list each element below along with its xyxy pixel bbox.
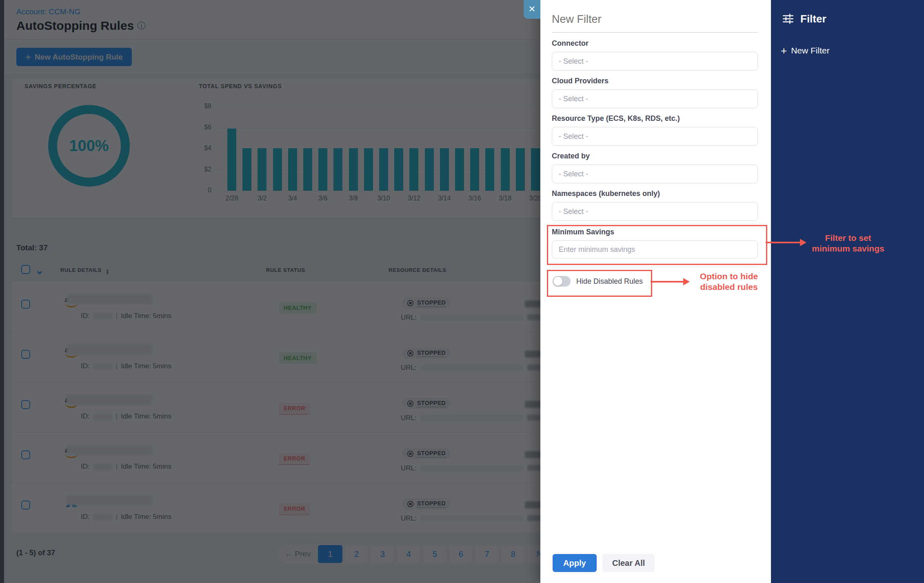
- hide-disabled-rules-toggle[interactable]: Hide Disabled Rules: [553, 276, 643, 287]
- screen: Account: CCM-NG AutoStopping Rulesⓘ + Ne…: [0, 0, 924, 583]
- field-created-by: Created by - Select -: [552, 152, 758, 183]
- apply-button[interactable]: Apply: [553, 554, 597, 572]
- divider: [552, 267, 758, 267]
- plus-icon: +: [781, 47, 787, 55]
- field-label: Created by: [552, 152, 758, 160]
- field-label: Minimum Savings: [552, 228, 758, 236]
- sidebar-header: Filter: [782, 12, 826, 25]
- annotation-text-hide-disabled: Option to hide disabled rules: [690, 271, 768, 293]
- sliders-filter-icon: [782, 12, 795, 25]
- namespaces-select[interactable]: - Select -: [552, 202, 758, 221]
- resource-type-select[interactable]: - Select -: [552, 127, 758, 146]
- field-label: Namespaces (kubernetes only): [552, 189, 758, 198]
- field-label: Cloud Providers: [552, 77, 758, 85]
- field-minimum-savings: Minimum Savings: [552, 228, 758, 258]
- toggle-icon[interactable]: [553, 276, 571, 287]
- sidebar-title: Filter: [800, 13, 826, 25]
- toggle-label: Hide Disabled Rules: [576, 277, 643, 286]
- new-filter-button[interactable]: + New Filter: [781, 46, 830, 56]
- annotation-arrow: [766, 242, 801, 243]
- annotation-arrowhead: [683, 278, 690, 285]
- annotation-text-minimum-savings: Filter to set minimum savings: [803, 233, 893, 254]
- cloud-providers-select[interactable]: - Select -: [552, 89, 758, 108]
- clear-all-button[interactable]: Clear All: [602, 554, 655, 572]
- field-resource-type: Resource Type (ECS, K8s, RDS, etc.) - Se…: [552, 114, 758, 146]
- field-label: Resource Type (ECS, K8s, RDS, etc.): [552, 114, 758, 123]
- field-connector: Connector - Select -: [552, 39, 758, 71]
- connector-select[interactable]: - Select -: [552, 52, 758, 71]
- filter-name-input[interactable]: [552, 10, 758, 33]
- field-cloud-providers: Cloud Providers - Select -: [552, 77, 758, 108]
- minimum-savings-input[interactable]: [552, 240, 758, 258]
- field-namespaces: Namespaces (kubernetes only) - Select -: [552, 189, 758, 221]
- close-icon[interactable]: ×: [524, 0, 540, 19]
- created-by-select[interactable]: - Select -: [552, 165, 758, 183]
- field-label: Connector: [552, 39, 758, 48]
- filter-sidebar: Filter + New Filter: [771, 0, 924, 583]
- annotation-arrow: [651, 281, 684, 283]
